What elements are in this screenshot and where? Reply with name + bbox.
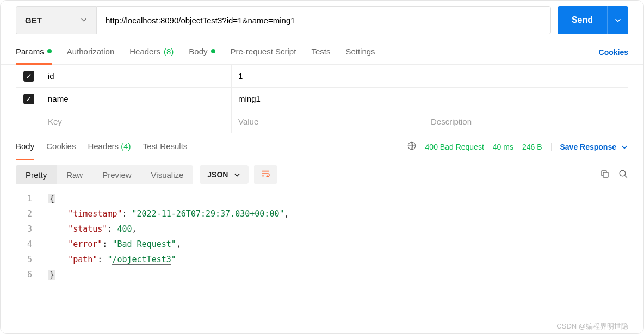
resp-status: 400 (117, 224, 132, 234)
param-value-input[interactable] (238, 94, 417, 103)
http-method-select[interactable]: GET (16, 6, 96, 34)
param-checkbox[interactable]: ✓ (23, 94, 34, 104)
cookies-link[interactable]: Cookies (599, 48, 628, 57)
svg-point-2 (620, 170, 626, 176)
table-row (16, 110, 628, 133)
body-dot-icon (211, 49, 215, 53)
resp-path: "/objectTest3" (107, 255, 176, 265)
view-tab-raw[interactable]: Raw (57, 165, 92, 184)
status-time: 40 ms (493, 143, 513, 151)
svg-rect-1 (603, 172, 608, 177)
param-value-input[interactable] (238, 71, 417, 81)
url-input[interactable] (96, 6, 551, 34)
send-dropdown-button[interactable] (607, 6, 628, 34)
status-code: 400 Bad Request (425, 143, 484, 151)
tab-headers[interactable]: Headers (8) (129, 40, 174, 65)
param-value-input[interactable] (238, 117, 417, 126)
chevron-down-icon (80, 16, 88, 25)
tab-tests[interactable]: Tests (311, 40, 330, 65)
param-key-input[interactable] (48, 71, 225, 81)
watermark: CSDN @编程界明世隐 (556, 321, 628, 331)
response-tab-body[interactable]: Body (16, 133, 34, 160)
status-size: 246 B (522, 143, 542, 151)
response-tab-testresults[interactable]: Test Results (143, 133, 188, 160)
tab-body[interactable]: Body (189, 40, 215, 65)
tab-params[interactable]: Params (16, 40, 52, 65)
format-select[interactable]: JSON (200, 165, 249, 184)
send-button[interactable]: Send (558, 6, 607, 34)
chevron-down-icon (614, 16, 622, 24)
search-icon[interactable] (618, 169, 628, 181)
http-method-label: GET (25, 16, 42, 25)
tab-authorization[interactable]: Authorization (67, 40, 115, 65)
chevron-down-icon (621, 143, 628, 151)
resp-error: "Bad Request" (112, 239, 176, 249)
resp-timestamp: "2022-11-26T07:29:37.030+00:00" (132, 209, 284, 219)
globe-icon[interactable] (407, 141, 417, 152)
wrap-line-button[interactable] (254, 165, 277, 184)
view-tab-pretty[interactable]: Pretty (16, 165, 57, 184)
tab-settings[interactable]: Settings (345, 40, 375, 65)
view-tab-visualize[interactable]: Visualize (141, 165, 194, 184)
param-desc-input[interactable] (431, 117, 621, 126)
table-row: ✓ (16, 65, 628, 88)
chevron-down-icon (233, 171, 241, 178)
param-checkbox[interactable]: ✓ (23, 71, 34, 82)
table-row: ✓ (16, 88, 628, 110)
view-tab-preview[interactable]: Preview (92, 165, 141, 184)
params-dot-icon (47, 49, 52, 53)
response-tab-headers[interactable]: Headers (4) (88, 133, 131, 160)
copy-icon[interactable] (600, 169, 610, 181)
response-tab-cookies[interactable]: Cookies (46, 133, 76, 160)
response-body: 1{ 2 "timestamp": "2022-11-26T07:29:37.0… (1, 189, 643, 284)
param-key-input[interactable] (48, 117, 225, 126)
tab-prerequest[interactable]: Pre-request Script (231, 40, 296, 65)
param-key-input[interactable] (48, 94, 225, 103)
save-response-button[interactable]: Save Response (551, 143, 629, 151)
